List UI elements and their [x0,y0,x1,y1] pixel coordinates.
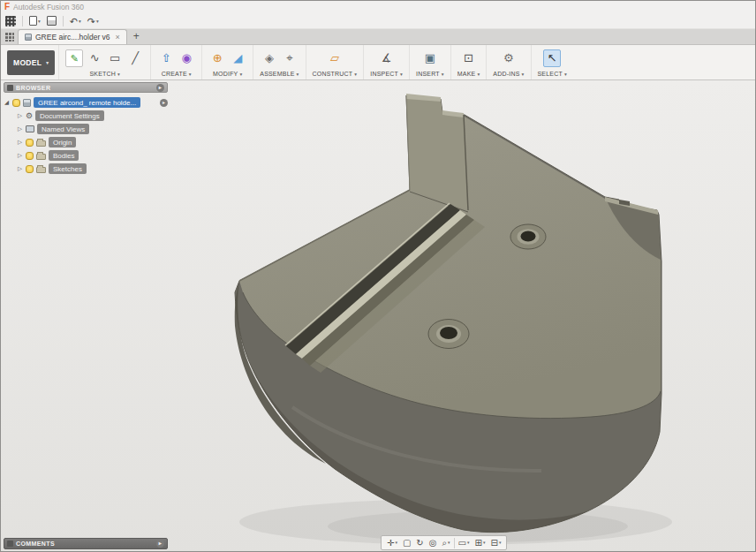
construct-group-label[interactable]: CONSTRUCT▾ [313,69,358,77]
orbit-button[interactable]: ↻ [414,536,425,549]
spline-icon[interactable]: ∿ [86,49,103,67]
caret-icon: ▾ [477,72,480,77]
tree-item-label[interactable]: Origin [49,137,76,147]
browser-header-label: BROWSER [16,85,50,91]
zoom-icon: ⌕ [442,536,447,549]
zoom-window-button[interactable]: ▢ [401,536,412,549]
expand-triangle-icon[interactable]: ▷ [17,152,23,159]
caret-icon: ▾ [79,16,81,26]
root-component-label[interactable]: GREE aircond_ remote holde... [34,97,140,108]
expand-triangle-icon[interactable]: ▷ [17,125,23,132]
named-views-icon [26,125,34,132]
addins-group-label[interactable]: ADD-INS▾ [493,69,524,77]
caret-icon: ▾ [522,72,525,77]
look-at-button[interactable]: ◎ [427,536,439,549]
folder-icon [36,167,46,173]
undo-button[interactable]: ↶▾ [70,16,81,26]
tree-item-label[interactable]: Bodies [49,150,79,161]
expand-triangle-icon[interactable]: ▷ [17,139,23,146]
save-icon [47,16,57,26]
look-at-icon: ◎ [429,536,437,549]
press-pull-icon[interactable]: ⊕ [208,49,226,67]
make-group-label[interactable]: MAKE▾ [457,69,480,77]
ribbon-group-create: ⇧ ◉ CREATE▾ [150,45,201,79]
redo-icon: ↷ [87,16,95,26]
tree-item-label[interactable]: Named Views [37,124,89,134]
redo-button[interactable]: ↷▾ [87,16,99,26]
new-tab-button[interactable]: + [133,30,140,42]
tree-row-sketches[interactable]: ▷ Sketches [4,163,168,175]
ribbon-group-construct: ▱ CONSTRUCT▾ [306,45,364,79]
rectangle-tool-icon[interactable]: ▭ [106,49,124,67]
tree-row-root[interactable]: ◢ GREE aircond_ remote holde... ▸ [4,96,168,109]
tree-row-document-settings[interactable]: ▷ ⚙ Document Settings [4,110,168,122]
zoom-window-icon: ▢ [403,536,411,549]
ribbon-group-select: ↖ SELECT▾ [531,45,573,79]
tree-row-origin[interactable]: ▷ Origin [4,136,168,148]
visibility-bulb-icon[interactable] [26,165,34,173]
visibility-bulb-icon[interactable] [12,99,20,107]
sketch-group-label[interactable]: SKETCH▾ [65,69,144,77]
new-component-icon[interactable]: ◈ [261,49,278,67]
construction-plane-icon[interactable]: ▱ [326,49,344,67]
ribbon-toolbar: MODEL ▾ ✎ ∿ ▭ ╱ SKETCH▾ ⇧ ◉ CREATE▾ ⊕ ◢ [1,45,755,80]
tree-row-bodies[interactable]: ▷ Bodies [4,149,168,162]
workspace-selector[interactable]: MODEL ▾ [7,50,55,75]
file-menu-button[interactable]: ▾ [29,16,41,26]
comments-panel[interactable]: COMMENTS ▸ [4,538,168,549]
create-form-icon[interactable]: ◉ [178,49,195,67]
close-tab-icon[interactable]: × [116,33,120,42]
make-3d-print-icon[interactable]: ⊡ [460,49,478,67]
save-button[interactable] [47,16,57,26]
folder-icon [36,154,46,160]
caret-icon: ▾ [117,72,120,77]
insert-group-label[interactable]: INSERT▾ [416,69,444,77]
quick-access-toolbar: ▾ ↶▾ ↷▾ [1,13,755,29]
pan-button[interactable]: ✛▾ [385,536,399,549]
visibility-bulb-icon[interactable] [26,139,34,147]
toolbar-separator [454,538,455,548]
undo-icon: ↶ [70,16,78,26]
expand-triangle-icon[interactable]: ▷ [17,112,23,119]
panel-handle-icon [7,85,13,91]
expand-comments-icon[interactable]: ▸ [156,540,164,548]
expand-triangle-icon[interactable]: ▷ [17,165,23,172]
title-bar: F Autodesk Fusion 360 [1,1,755,13]
expand-triangle-icon[interactable]: ◢ [4,99,10,106]
document-icon [25,34,32,41]
display-settings-button[interactable]: ▭▾ [457,536,472,549]
addins-scripts-icon[interactable]: ⚙ [500,49,518,67]
line-tool-icon[interactable]: ╱ [126,49,144,67]
document-tab[interactable]: GREE airc....holder v6 × [18,29,127,44]
select-cursor-icon[interactable]: ↖ [543,49,561,67]
modify-group-label[interactable]: MODIFY▾ [208,69,246,77]
extrude-icon[interactable]: ⇧ [157,49,175,67]
browser-panel: BROWSER ▸ ◢ GREE aircond_ remote holde..… [4,82,168,175]
zoom-button[interactable]: ⌕▾ [440,536,451,549]
joint-icon[interactable]: ⌖ [281,49,299,67]
collapse-panel-icon[interactable]: ▸ [156,84,164,92]
viewports-button[interactable]: ⊟▾ [488,536,503,549]
component-icon [23,99,31,107]
fusion-logo-icon: F [4,3,10,11]
assemble-group-label[interactable]: ASSEMBLE▾ [260,69,299,77]
create-sketch-icon[interactable]: ✎ [65,49,83,67]
orbit-icon: ↻ [416,536,423,549]
tree-item-label[interactable]: Sketches [49,163,87,174]
data-panel-grid-icon[interactable] [4,32,14,42]
inspect-group-label[interactable]: INSPECT▾ [370,69,403,77]
measure-icon[interactable]: ∡ [378,49,396,67]
browser-header[interactable]: BROWSER ▸ [4,82,168,93]
caret-icon: ▾ [354,72,357,77]
fillet-icon[interactable]: ◢ [229,49,246,67]
create-group-label[interactable]: CREATE▾ [157,69,195,77]
insert-canvas-icon[interactable]: ▣ [421,49,439,67]
visibility-bulb-icon[interactable] [26,152,34,160]
activate-component-icon[interactable]: ▸ [160,99,168,107]
tree-row-named-views[interactable]: ▷ Named Views [4,123,168,135]
grid-settings-button[interactable]: ⊞▾ [473,536,488,549]
tree-item-label[interactable]: Document Settings [35,110,104,121]
app-grid-icon[interactable] [5,16,16,26]
caret-icon: ▾ [483,536,486,549]
select-group-label[interactable]: SELECT▾ [538,69,567,77]
